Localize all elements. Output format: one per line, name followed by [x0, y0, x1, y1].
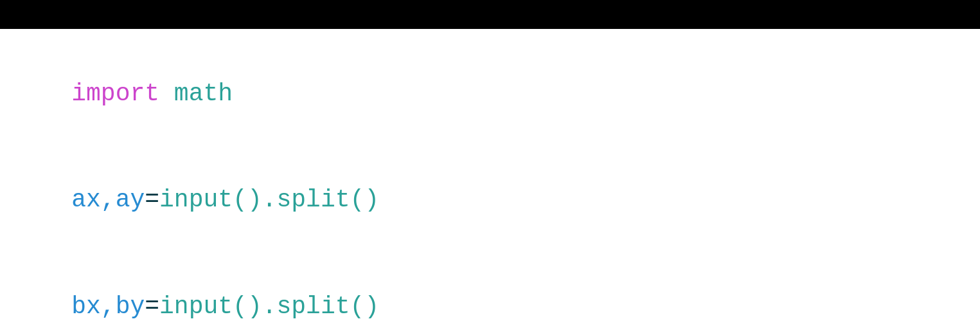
- keyword-import: import: [71, 80, 159, 107]
- code-line-2: ax,ay=input().split(): [13, 147, 967, 253]
- code-line-3: bx,by=input().split(): [13, 253, 967, 328]
- func-input-2: input: [159, 293, 233, 320]
- var-bxby: bx,by: [71, 293, 145, 320]
- code-line-1: import math: [13, 41, 967, 147]
- func-split-2: split: [277, 293, 350, 320]
- func-input-1: input: [159, 186, 233, 214]
- code-area: import math ax,ay=input().split() bx,by=…: [0, 29, 980, 328]
- func-split-1: split: [277, 186, 350, 214]
- module-math: math: [174, 80, 233, 107]
- top-bar: [0, 0, 980, 29]
- var-axay: ax,ay: [71, 186, 145, 214]
